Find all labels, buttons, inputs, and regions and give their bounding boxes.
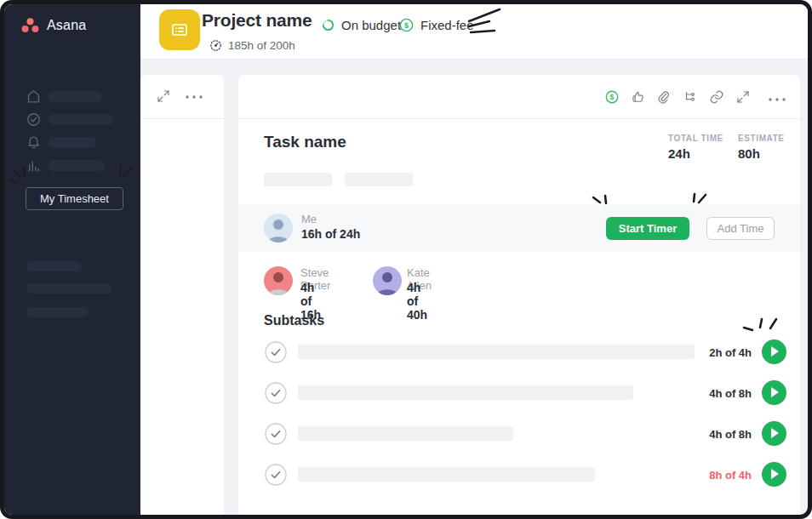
budget-ring-icon xyxy=(321,18,335,32)
expand-icon[interactable] xyxy=(735,89,751,105)
timer-gauge-icon xyxy=(209,38,223,53)
sidebar-item-reporting[interactable] xyxy=(26,157,119,174)
project-avatar xyxy=(159,9,200,50)
assignee-name: Me xyxy=(301,213,317,225)
estimate-value: 80h xyxy=(738,146,785,161)
project-header: Project name 185h of 200h On budget $ Fi… xyxy=(140,4,808,60)
total-time-meta: TOTAL TIME 24h xyxy=(668,134,723,161)
field-placeholder-bar xyxy=(345,173,413,186)
dollar-circle-icon: $ xyxy=(398,17,415,33)
subtask-row: 4h of 8h xyxy=(238,419,800,448)
sidebar-placeholder-bar xyxy=(49,160,105,171)
subtask-placeholder-bar xyxy=(298,467,595,482)
sidebar-item-my-timesheet[interactable]: My Timesheet xyxy=(26,187,123,210)
subtask-placeholder-bar xyxy=(298,426,513,441)
play-icon xyxy=(771,469,779,479)
more-icon[interactable] xyxy=(185,93,203,101)
link-icon[interactable] xyxy=(709,89,724,105)
subtask-placeholder-bar xyxy=(298,385,633,400)
subtask-row: 2h of 4h xyxy=(238,338,800,367)
paperclip-icon[interactable] xyxy=(655,89,671,105)
estimate-meta: ESTIMATE 80h xyxy=(738,134,785,161)
app-window: Asana My Timesh xyxy=(0,0,812,519)
subtask-row: 8h of 4h xyxy=(238,460,800,489)
asana-logo-icon xyxy=(21,17,39,34)
play-timer-button[interactable] xyxy=(762,380,786,405)
brand[interactable]: Asana xyxy=(21,17,86,34)
estimate-label: ESTIMATE xyxy=(738,134,785,143)
subtasks-icon[interactable] xyxy=(683,89,698,105)
sidebar-item-tasks[interactable] xyxy=(26,111,119,128)
check-circle-icon[interactable] xyxy=(265,464,287,486)
on-budget-badge[interactable]: On budget xyxy=(321,18,401,32)
field-placeholder-bar xyxy=(264,173,332,186)
avatar-me xyxy=(264,214,293,242)
sidebar-placeholder-bar xyxy=(26,261,82,271)
check-circle-icon[interactable] xyxy=(265,423,287,445)
project-hours-text: 185h of 200h xyxy=(228,39,295,52)
play-timer-button[interactable] xyxy=(762,339,786,364)
task-detail-panel: $ Task name xyxy=(238,75,800,515)
subtask-hours-over-budget: 8h of 4h xyxy=(709,469,752,482)
subtask-hours: 2h of 4h xyxy=(709,346,752,359)
my-time-row: Me 16h of 24h Start Timer Add Time xyxy=(238,204,800,252)
total-time-label: TOTAL TIME xyxy=(668,134,723,143)
svg-text:$: $ xyxy=(610,93,615,101)
sidebar-placeholder-bar xyxy=(26,307,89,317)
sidebar: Asana My Timesh xyxy=(4,4,140,515)
check-circle-icon[interactable] xyxy=(265,341,287,363)
task-list-strip xyxy=(140,75,224,515)
subtask-placeholder-bar xyxy=(298,345,695,359)
assignee-hours: 4h of 40h xyxy=(407,281,427,322)
subtasks-heading: Subtasks xyxy=(264,313,324,328)
svg-text:$: $ xyxy=(404,21,409,30)
subtask-row: 4h of 8h xyxy=(238,379,800,408)
sidebar-placeholder-bar xyxy=(49,114,113,125)
project-hours-summary: 185h of 200h xyxy=(209,38,295,53)
fixed-fee-badge[interactable]: $ Fixed-fee xyxy=(398,17,474,33)
on-budget-label: On budget xyxy=(341,18,401,32)
task-toolbar: $ xyxy=(238,75,800,119)
bell-icon xyxy=(26,134,42,151)
play-timer-button[interactable] xyxy=(762,462,786,487)
sidebar-placeholder-bar xyxy=(49,137,96,148)
subtask-hours: 4h of 8h xyxy=(709,428,752,441)
subtask-hours: 4h of 8h xyxy=(709,387,752,400)
add-time-button[interactable]: Add Time xyxy=(706,217,775,240)
avatar-steve xyxy=(264,266,293,295)
play-icon xyxy=(771,346,779,356)
sidebar-placeholder-bar xyxy=(26,283,112,294)
more-icon[interactable] xyxy=(768,95,786,104)
billing-dollar-icon[interactable]: $ xyxy=(604,89,620,105)
check-circle-icon xyxy=(26,111,42,128)
project-title: Project name xyxy=(202,10,312,31)
sidebar-item-home[interactable] xyxy=(26,88,119,105)
annotation-marks xyxy=(741,317,781,337)
sidebar-placeholder-bar xyxy=(49,91,101,102)
check-circle-icon[interactable] xyxy=(265,382,287,404)
total-time-value: 24h xyxy=(668,146,723,161)
assignee-hours: 16h of 24h xyxy=(301,227,360,241)
fixed-fee-label: Fixed-fee xyxy=(420,18,474,32)
avatar-kate xyxy=(373,266,402,295)
home-icon xyxy=(26,88,42,105)
sidebar-item-notifications[interactable] xyxy=(26,134,119,151)
start-timer-button[interactable]: Start Timer xyxy=(606,217,689,240)
task-title: Task name xyxy=(264,133,346,151)
brand-name: Asana xyxy=(47,18,86,33)
play-timer-button[interactable] xyxy=(762,421,786,446)
bar-chart-icon xyxy=(26,157,42,174)
play-icon xyxy=(771,428,779,438)
play-icon xyxy=(771,387,779,397)
thumbs-up-icon[interactable] xyxy=(631,89,646,105)
project-board-icon xyxy=(169,20,190,40)
strip-header xyxy=(140,75,224,119)
expand-icon[interactable] xyxy=(156,88,171,104)
